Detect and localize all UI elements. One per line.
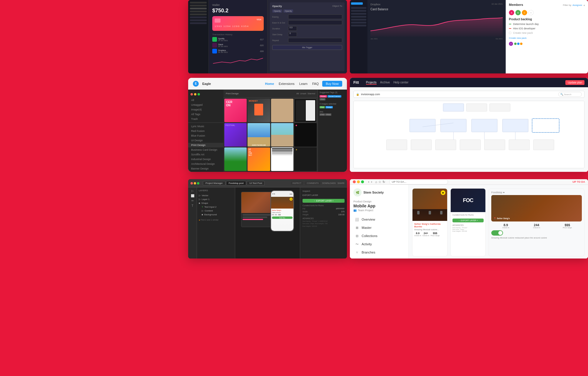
mix-trigger-btn[interactable]: Mix Trigger — [272, 45, 342, 50]
eagle-nav-learn[interactable]: Learn — [299, 82, 308, 85]
layer-shape[interactable]: ■ Shape — [199, 201, 233, 205]
tool-text[interactable]: T — [191, 204, 193, 207]
inspect-section-label: EXPORT LAYER — [303, 194, 345, 196]
eagle-nav-faq[interactable]: FAQ — [312, 82, 319, 85]
refresh-icon[interactable]: ↻ — [382, 180, 385, 184]
fitt-wireframe — [353, 101, 584, 168]
sidebar-industrial[interactable]: Industrial Design — [188, 157, 223, 162]
export-layer-btn[interactable]: → EXPORT LAYER + — [303, 199, 345, 203]
design-tag[interactable]: Design — [325, 106, 333, 108]
layer-bg[interactable]: ■ Background — [202, 213, 233, 216]
food-details: Señor Sisig's California Burrito Amazing… — [412, 221, 447, 239]
share-btn[interactable]: SHARE — [338, 182, 345, 184]
fitt-nav-archive[interactable]: Archive — [380, 81, 390, 85]
comments-tab[interactable]: COMMENTS — [305, 182, 320, 185]
close-dot[interactable] — [353, 180, 356, 183]
tab-uitest[interactable]: UI Test Post — [247, 181, 265, 185]
sidebar-blue[interactable]: Blue Fusion — [188, 133, 223, 138]
foc-hero: FOC — [451, 189, 485, 212]
home-icon[interactable]: ⌂ — [375, 180, 377, 184]
sidebar-arch[interactable]: Architectural Design — [188, 162, 223, 166]
sidebar-red[interactable]: Red Fusion — [188, 129, 223, 133]
nav-collections[interactable]: ⊟ Collections — [353, 232, 405, 240]
layer-content[interactable]: ▷ Content — [202, 209, 233, 213]
sidebar-alltags[interactable]: All Tags — [188, 112, 223, 117]
back-icon[interactable]: ‹ — [368, 180, 369, 184]
beach-sand — [271, 135, 293, 147]
art-tag-2[interactable]: # Black — [325, 113, 331, 116]
tab-foodstop[interactable]: Foodstop post — [226, 181, 246, 185]
heart-btn[interactable]: ♥ — [441, 190, 445, 195]
social-canvas-tag[interactable]: Social Canvas — [328, 95, 341, 98]
max-dot[interactable] — [361, 180, 364, 183]
close-btn[interactable] — [191, 182, 193, 184]
starred-tag[interactable]: Starred — [308, 92, 315, 95]
tool-select[interactable]: ▷ — [191, 189, 194, 192]
min-dot[interactable] — [357, 180, 360, 183]
inspect-tab[interactable]: INSPECT — [291, 182, 303, 185]
repeat-input[interactable] — [288, 38, 342, 43]
task-checkbox[interactable] — [509, 32, 511, 34]
order-btn-text: Order Now — [279, 217, 285, 219]
up-to-date-btn[interactable]: UP TO DA — [572, 180, 585, 183]
all-tag[interactable]: All — [296, 92, 299, 95]
svg-rect-8 — [411, 140, 432, 150]
tool-pen[interactable]: ✏ — [191, 199, 194, 202]
fitt-update-btn[interactable]: Update plan — [565, 80, 584, 85]
nav-branches-label: Branches — [362, 251, 375, 254]
duration-input[interactable]: 0.3 — [288, 26, 297, 31]
layer-name: Layer 1 — [202, 198, 210, 201]
sidebar-trash[interactable]: Trash — [188, 117, 223, 121]
sidebar-lyric[interactable]: Lyric Music — [188, 124, 223, 129]
nav-activity[interactable]: 〜 Activity — [353, 240, 405, 248]
framer-duration-row: Duration 0.3 — [272, 26, 342, 31]
eagle-buy-button[interactable]: Buy Now — [322, 81, 342, 87]
toggle-switch[interactable] — [491, 230, 503, 236]
sidebar-images[interactable]: Image(4) — [188, 107, 223, 112]
big-checkin-label: Check In — [522, 227, 551, 229]
ease-inout-input[interactable] — [288, 20, 342, 25]
fitt-nav-projects[interactable]: Projects — [366, 81, 377, 85]
task-3-label: Create new pack — [513, 31, 533, 34]
tab-project-manager[interactable]: Project Manager — [203, 181, 225, 185]
sidebar-banner[interactable]: Banner Design — [188, 166, 223, 171]
book-light — [306, 100, 315, 121]
sidebar-bizcard[interactable]: Business Card Design — [188, 147, 223, 152]
nav-branches[interactable]: ⑂ Branches — [353, 248, 405, 256]
sidebar-all[interactable]: All — [188, 98, 223, 103]
max-btn[interactable] — [197, 182, 199, 184]
max-dot — [198, 93, 200, 95]
sidebar-print[interactable]: Print Design — [188, 143, 223, 147]
min-btn[interactable] — [194, 182, 196, 184]
member-add-btn[interactable]: + — [583, 4, 585, 7]
layer-textinput[interactable]: T Text Input 2 — [202, 205, 233, 209]
fitt-nav-help[interactable]: Help center — [393, 81, 408, 85]
text-layer-icon: T — [202, 206, 203, 208]
bookmark-icon[interactable]: ☆ — [378, 180, 381, 184]
poster-tag[interactable]: Poster — [320, 95, 327, 98]
sidebar-ui[interactable]: UI Design — [188, 138, 223, 143]
add-member-btn[interactable]: + — [528, 10, 534, 15]
unset-tag[interactable]: Unset — [300, 92, 306, 95]
eagle-nav-home[interactable]: Home — [265, 82, 274, 85]
order-btn[interactable]: Order Now — [272, 216, 293, 219]
sidebar-scrollfix[interactable]: Scrollfix Art — [188, 152, 223, 157]
tool-frame[interactable]: ⬜ — [191, 194, 194, 197]
easing-input[interactable] — [288, 14, 342, 19]
sidebar-row — [190, 14, 207, 15]
create-task-btn[interactable]: Create new pack — [509, 37, 585, 39]
avatar-3: C — [522, 10, 527, 15]
export-btn[interactable]: → EXPORT LAYER + — [452, 219, 484, 222]
nav-master[interactable]: ⊞ Master — [353, 224, 405, 232]
print-tag[interactable]: Print — [320, 98, 325, 100]
layer-1[interactable]: ▷ Layer 1 — [199, 197, 233, 201]
startdelay-input[interactable]: 0 — [288, 32, 297, 37]
sidebar-untagged[interactable]: Untagged — [188, 103, 223, 107]
downloads-btn[interactable]: DOWNLOADS — [322, 182, 336, 184]
print-tag-2[interactable]: Print — [320, 106, 325, 108]
layer-vector[interactable]: ▷ Vector — [199, 194, 233, 197]
eagle-nav-extensions[interactable]: Extensions — [279, 82, 295, 85]
nav-overview[interactable]: ⬜ Overview — [353, 215, 405, 224]
forward-icon[interactable]: › — [371, 180, 372, 184]
art-tag[interactable]: # Print — [320, 113, 325, 116]
